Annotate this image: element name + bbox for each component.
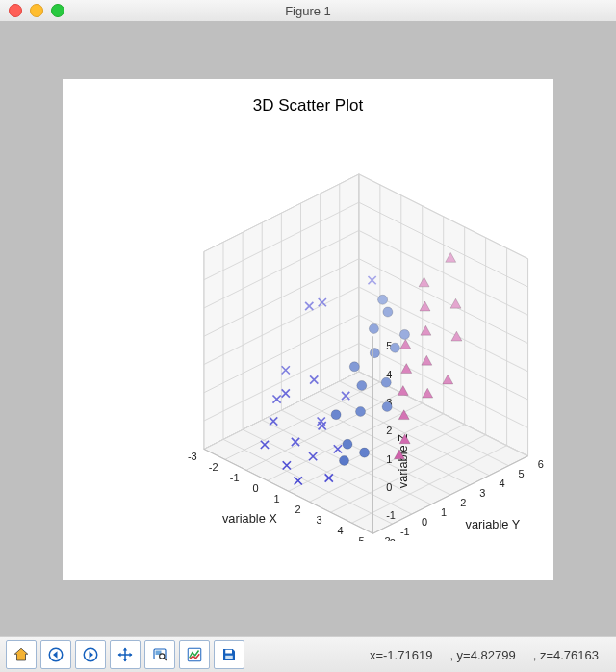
- svg-text:0: 0: [253, 482, 259, 494]
- svg-rect-161: [225, 656, 233, 659]
- window: Figure 1 3D Scatter Plot -3-2-1012345-2-…: [0, 0, 616, 672]
- svg-text:variable Y: variable Y: [466, 517, 521, 531]
- svg-text:5: 5: [358, 535, 364, 541]
- zoom-button[interactable]: [144, 640, 175, 669]
- scatter-3d-plot: -3-2-1012345-2-10123456-2-1012345variabl…: [130, 137, 544, 541]
- window-title: Figure 1: [0, 4, 616, 18]
- svg-text:3: 3: [479, 487, 485, 499]
- toolbar: x=-1.71619 , y=4.82799 , z=4.76163: [0, 636, 616, 672]
- move-icon: [116, 646, 134, 663]
- svg-point-112: [357, 380, 367, 390]
- svg-point-95: [369, 323, 378, 333]
- status-z: , z=4.76163: [533, 648, 599, 662]
- svg-point-92: [383, 307, 393, 317]
- svg-text:0: 0: [422, 516, 427, 528]
- home-icon: [13, 646, 30, 663]
- status-coords: x=-1.71619 , y=4.82799 , z=4.76163: [370, 648, 599, 662]
- svg-text:-3: -3: [188, 451, 197, 462]
- svg-text:-1: -1: [230, 472, 240, 483]
- save-icon: [220, 646, 238, 663]
- svg-text:1: 1: [441, 506, 447, 518]
- svg-point-119: [355, 406, 365, 416]
- svg-text:4: 4: [337, 525, 343, 536]
- svg-point-102: [370, 349, 379, 358]
- save-button[interactable]: [214, 640, 244, 669]
- svg-text:2: 2: [295, 504, 301, 515]
- svg-text:-1: -1: [400, 526, 410, 537]
- svg-point-125: [331, 410, 341, 420]
- svg-text:-2: -2: [209, 461, 218, 473]
- svg-point-93: [399, 329, 409, 339]
- figure: 3D Scatter Plot -3-2-1012345-2-10123456-…: [63, 79, 553, 580]
- svg-point-107: [349, 362, 359, 372]
- svg-point-108: [381, 377, 391, 387]
- svg-point-96: [390, 343, 399, 352]
- arrow-left-icon: [47, 646, 64, 663]
- svg-text:2: 2: [460, 497, 466, 508]
- status-y: , y=4.82799: [449, 648, 515, 662]
- status-x: x=-1.71619: [370, 648, 432, 662]
- back-button[interactable]: [40, 640, 71, 669]
- chart-title: 3D Scatter Plot: [63, 96, 553, 116]
- svg-text:-2: -2: [386, 537, 396, 541]
- pan-button[interactable]: [110, 640, 141, 669]
- svg-text:2: 2: [386, 425, 392, 436]
- svg-point-89: [378, 295, 388, 304]
- home-button[interactable]: [6, 640, 37, 669]
- svg-text:variable X: variable X: [222, 511, 277, 526]
- svg-text:1: 1: [274, 493, 280, 504]
- svg-rect-160: [225, 650, 232, 654]
- svg-text:5: 5: [519, 468, 525, 479]
- svg-text:4: 4: [499, 478, 504, 489]
- svg-text:3: 3: [316, 514, 321, 526]
- subplots-icon: [186, 646, 203, 663]
- svg-point-139: [339, 455, 348, 465]
- arrow-right-icon: [82, 646, 99, 663]
- canvas-area[interactable]: 3D Scatter Plot -3-2-1012345-2-10123456-…: [0, 21, 616, 637]
- titlebar: Figure 1: [0, 0, 616, 22]
- svg-point-133: [343, 439, 352, 449]
- svg-text:6: 6: [538, 458, 544, 470]
- svg-text:0: 0: [386, 481, 392, 493]
- svg-point-113: [382, 401, 392, 411]
- svg-text:1: 1: [386, 453, 392, 465]
- subplots-button[interactable]: [179, 640, 210, 669]
- svg-text:-1: -1: [386, 509, 396, 521]
- zoom-icon: [151, 646, 168, 663]
- svg-point-134: [360, 448, 370, 457]
- chart-svg: -3-2-1012345-2-10123456-2-1012345variabl…: [130, 137, 544, 541]
- forward-button[interactable]: [75, 640, 106, 669]
